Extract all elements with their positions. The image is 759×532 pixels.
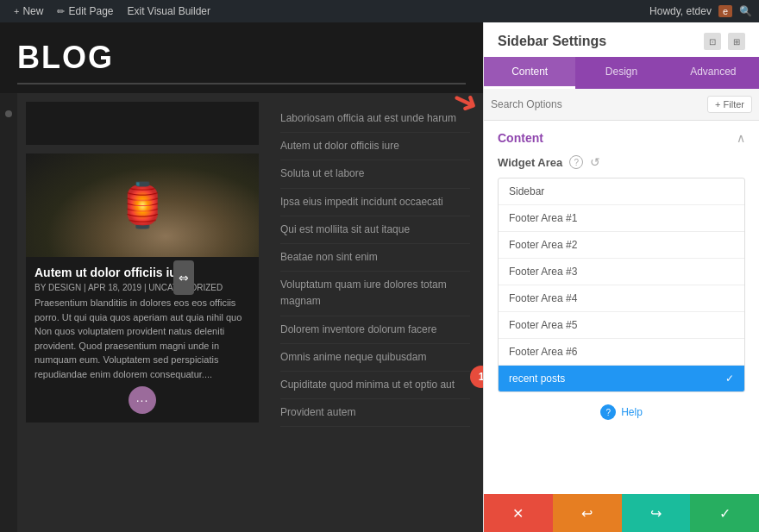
blog-list: ➜ Laboriosam officia aut est unde harum … bbox=[267, 93, 483, 532]
bottom-toolbar: ✕ ↩ ↪ ✓ bbox=[484, 494, 759, 532]
help-label: Help bbox=[621, 406, 643, 418]
list-item[interactable]: Provident autem bbox=[280, 399, 470, 427]
pencil-icon: ✏ bbox=[57, 6, 65, 17]
cancel-icon: ✕ bbox=[512, 505, 524, 522]
blog-card-btn-area: ··· bbox=[34, 386, 250, 414]
sidebar-header: Sidebar Settings ⊡ ⊞ bbox=[484, 22, 759, 50]
filter-button[interactable]: + Filter bbox=[707, 96, 752, 113]
blog-header: BLOG bbox=[0, 22, 483, 93]
dropdown-item-recent-posts[interactable]: recent posts ✓ bbox=[499, 366, 744, 391]
dropdown-item-footer6[interactable]: Footer Area #6 bbox=[499, 339, 744, 366]
toolbar-right: Howdy, etdev e 🔍 bbox=[649, 5, 752, 17]
blog-card-body: Autem ut dolor officiis iure BY DESIGN |… bbox=[26, 257, 259, 422]
howdy-text: Howdy, etdev bbox=[649, 5, 712, 17]
tab-content[interactable]: Content bbox=[484, 57, 575, 89]
blog-card-1 bbox=[26, 102, 259, 145]
edit-page-button[interactable]: ✏ Edit Page bbox=[50, 5, 120, 17]
list-item[interactable]: Cupiditate quod minima ut et optio aut bbox=[280, 372, 470, 399]
list-item[interactable]: Autem ut dolor officiis iure bbox=[280, 133, 470, 160]
list-item[interactable]: Ipsa eius impedit incidunt occaecati bbox=[280, 189, 470, 216]
undo-button[interactable]: ↩ bbox=[553, 494, 622, 532]
section-title: Content bbox=[498, 131, 543, 145]
blog-area-wrapper: BLOG bbox=[0, 22, 483, 532]
blog-divider bbox=[17, 83, 466, 84]
user-badge: e bbox=[718, 5, 732, 17]
search-icon[interactable]: 🔍 bbox=[739, 5, 752, 17]
plus-icon: + bbox=[14, 6, 19, 16]
blog-card-image bbox=[26, 153, 259, 257]
dropdown-item-footer2[interactable]: Footer Area #2 bbox=[499, 232, 744, 259]
widget-label: Widget Area bbox=[498, 156, 562, 169]
dropdown-item-footer3[interactable]: Footer Area #3 bbox=[499, 259, 744, 285]
sidebar-icon-2[interactable]: ⊞ bbox=[728, 33, 745, 50]
cancel-button[interactable]: ✕ bbox=[484, 494, 553, 532]
list-item[interactable]: Dolorem inventore dolorum facere bbox=[280, 316, 470, 344]
redo-icon: ↪ bbox=[650, 505, 662, 522]
tab-advanced[interactable]: Advanced bbox=[668, 57, 759, 89]
main-area: BLOG bbox=[0, 22, 759, 532]
left-dot-1 bbox=[5, 110, 12, 117]
list-item[interactable]: Laboriosam officia aut est unde harum bbox=[280, 105, 470, 133]
list-item[interactable]: Beatae non sint enim bbox=[280, 244, 470, 272]
sidebar-header-icons: ⊡ ⊞ bbox=[704, 33, 745, 50]
section-header: Content ∧ bbox=[498, 131, 745, 145]
new-button[interactable]: + New bbox=[7, 5, 50, 17]
tab-design[interactable]: Design bbox=[575, 57, 667, 89]
blog-title: BLOG bbox=[17, 40, 466, 76]
sidebar-icon-1[interactable]: ⊡ bbox=[704, 33, 721, 50]
dots-button[interactable]: ··· bbox=[129, 386, 156, 414]
list-item[interactable]: Soluta ut et labore bbox=[280, 160, 470, 188]
search-input[interactable] bbox=[491, 98, 707, 110]
redo-button[interactable]: ↪ bbox=[622, 494, 691, 532]
sidebar-tabs: Content Design Advanced bbox=[484, 57, 759, 89]
dropdown-item-footer5[interactable]: Footer Area #5 bbox=[499, 312, 744, 339]
left-strip bbox=[0, 93, 17, 532]
blog-card-text: Praesentium blanditiis in dolores eos eo… bbox=[34, 296, 250, 381]
help-circle-icon: ? bbox=[600, 404, 616, 420]
sidebar-content-section: Content ∧ Widget Area ? ↺ Sidebar Footer… bbox=[484, 121, 759, 494]
list-item[interactable]: Voluptatum quam iure dolores totam magna… bbox=[280, 272, 470, 316]
widget-area-row: Widget Area ? ↺ bbox=[498, 155, 745, 169]
check-icon: ✓ bbox=[725, 372, 734, 385]
list-item[interactable]: Qui est molliita sit aut itaque bbox=[280, 216, 470, 244]
blog-card-2[interactable]: Autem ut dolor officiis iure BY DESIGN |… bbox=[26, 153, 259, 422]
dropdown-item-sidebar[interactable]: Sidebar bbox=[499, 178, 744, 205]
new-label: New bbox=[22, 5, 43, 17]
blog-card-meta: BY DESIGN | APR 18, 2019 | UNCATEGORIZED bbox=[34, 283, 250, 292]
undo-icon: ↩ bbox=[581, 505, 593, 522]
save-button[interactable]: ✓ bbox=[690, 494, 759, 532]
sidebar-title: Sidebar Settings bbox=[498, 34, 606, 49]
toggle-handle[interactable]: ⇔ bbox=[173, 260, 194, 295]
widget-reset-button[interactable]: ↺ bbox=[590, 155, 600, 169]
exit-builder-label: Exit Visual Builder bbox=[128, 5, 211, 17]
save-icon: ✓ bbox=[719, 505, 731, 522]
sidebar-panel: Sidebar Settings ⊡ ⊞ Content Design Adva… bbox=[483, 22, 759, 532]
help-button[interactable]: ? Help bbox=[498, 399, 745, 425]
dropdown-item-footer4[interactable]: Footer Area #4 bbox=[499, 285, 744, 312]
lamp-image bbox=[26, 153, 259, 257]
dropdown-item-footer1[interactable]: Footer Area #1 bbox=[499, 205, 744, 232]
list-item[interactable]: Omnis anime neque quibusdam bbox=[280, 344, 470, 372]
blog-cards: Autem ut dolor officiis iure BY DESIGN |… bbox=[17, 93, 267, 532]
blog-area: BLOG bbox=[0, 22, 483, 532]
blog-card-title: Autem ut dolor officiis iure bbox=[34, 266, 250, 279]
sidebar-search: + Filter bbox=[484, 89, 759, 121]
dropdown-list: Sidebar Footer Area #1 Footer Area #2 Fo… bbox=[498, 178, 745, 392]
top-toolbar: + New ✏ Edit Page Exit Visual Builder Ho… bbox=[0, 0, 759, 22]
collapse-button[interactable]: ∧ bbox=[737, 131, 745, 145]
widget-help-button[interactable]: ? bbox=[569, 155, 583, 169]
blog-content: Autem ut dolor officiis iure BY DESIGN |… bbox=[0, 93, 483, 532]
edit-page-label: Edit Page bbox=[68, 5, 113, 17]
exit-builder-button[interactable]: Exit Visual Builder bbox=[121, 5, 218, 17]
